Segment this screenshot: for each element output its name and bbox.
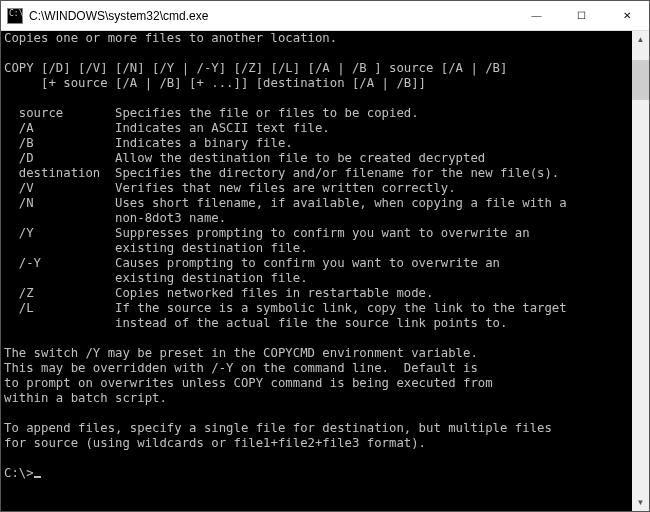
cmd-window: C:\ C:\WINDOWS\system32\cmd.exe — ☐ ✕ Co… — [0, 0, 650, 512]
scroll-down-button[interactable]: ▼ — [632, 494, 649, 511]
close-button[interactable]: ✕ — [604, 1, 649, 30]
text-cursor — [34, 476, 41, 478]
window-controls: — ☐ ✕ — [514, 1, 649, 30]
cmd-icon: C:\ — [7, 8, 23, 24]
titlebar[interactable]: C:\ C:\WINDOWS\system32\cmd.exe — ☐ ✕ — [1, 1, 649, 31]
minimize-button[interactable]: — — [514, 1, 559, 30]
scroll-track[interactable] — [632, 48, 649, 494]
maximize-button[interactable]: ☐ — [559, 1, 604, 30]
scroll-thumb[interactable] — [632, 60, 649, 100]
console-output[interactable]: Copies one or more files to another loca… — [1, 31, 632, 511]
vertical-scrollbar[interactable]: ▲ ▼ — [632, 31, 649, 511]
console-area: Copies one or more files to another loca… — [1, 31, 649, 511]
scroll-up-button[interactable]: ▲ — [632, 31, 649, 48]
window-title: C:\WINDOWS\system32\cmd.exe — [29, 9, 514, 23]
